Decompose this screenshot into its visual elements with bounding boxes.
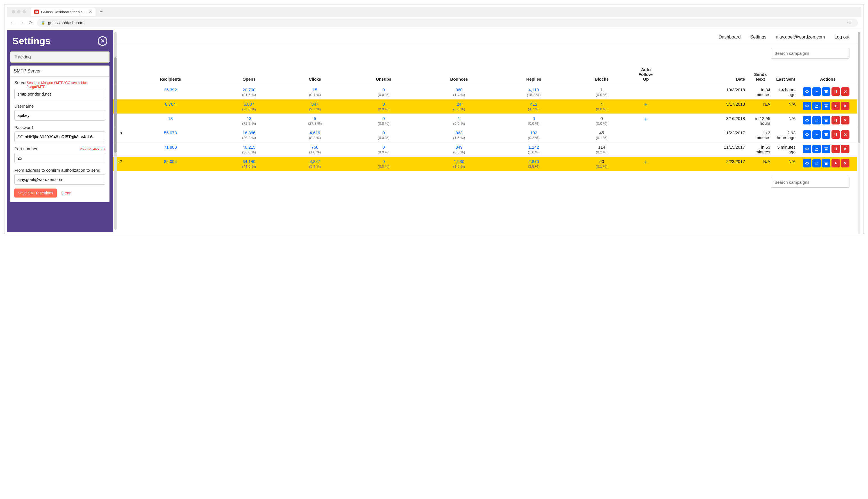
metric-value[interactable]: 1,142 xyxy=(502,145,566,149)
table-row[interactable]: 25,39220,700(81.5 %)15(0.1 %)0(0.0 %)360… xyxy=(7,85,857,99)
metric-value[interactable]: 20,700 xyxy=(219,87,279,92)
metric-value[interactable]: 413 xyxy=(502,102,566,107)
action-cancel-icon[interactable] xyxy=(841,130,850,139)
th-last-sent[interactable]: Last Sent xyxy=(773,64,798,85)
metric-value[interactable]: 82,004 xyxy=(127,159,213,164)
action-archive-icon[interactable] xyxy=(822,116,830,124)
bookmark-star-icon[interactable]: ☆ xyxy=(847,20,851,25)
action-view-icon[interactable] xyxy=(803,159,811,168)
table-row[interactable]: s?82,00434,140(41.6 %)4,347(5.3 %)0(0.0 … xyxy=(7,157,857,171)
server-hints[interactable]: Sendgrid Mailgun SMTP2GO sendinblue Jang… xyxy=(27,81,106,89)
metric-value[interactable]: 102 xyxy=(502,130,566,135)
input-from-address[interactable] xyxy=(14,174,106,185)
address-bar[interactable]: 🔒 gmass.co/dashboard ☆ xyxy=(37,19,858,27)
auto-follow-up-add[interactable]: + xyxy=(644,116,648,122)
action-pause-icon[interactable] xyxy=(831,145,840,153)
th-bounces[interactable]: Bounces xyxy=(419,64,499,85)
action-cancel-icon[interactable] xyxy=(841,87,850,96)
metric-value[interactable]: 750 xyxy=(285,145,345,149)
nav-back-icon[interactable]: ← xyxy=(10,20,15,26)
clear-smtp-link[interactable]: Clear xyxy=(61,191,71,195)
metric-value[interactable]: 0 xyxy=(572,116,632,121)
accordion-tracking[interactable]: Tracking xyxy=(10,51,110,63)
action-view-icon[interactable] xyxy=(803,145,811,153)
action-view-icon[interactable] xyxy=(803,130,811,139)
metric-value[interactable]: 4,619 xyxy=(285,130,345,135)
metric-value[interactable]: 18 xyxy=(127,116,213,121)
action-report-icon[interactable] xyxy=(813,116,821,124)
metric-value[interactable]: 4,119 xyxy=(502,87,566,92)
metric-value[interactable]: 34,140 xyxy=(219,159,279,164)
action-archive-icon[interactable] xyxy=(822,87,830,96)
action-pause-icon[interactable] xyxy=(831,130,840,139)
browser-tab[interactable]: ✉ GMass Dashboard for ajay.goe ✕ xyxy=(31,8,96,16)
metric-value[interactable]: 0 xyxy=(350,87,417,92)
input-password[interactable] xyxy=(14,132,106,142)
action-view-icon[interactable] xyxy=(803,87,811,96)
metric-value[interactable]: 40,215 xyxy=(219,145,279,149)
save-smtp-button[interactable]: Save SMTP settings xyxy=(14,188,57,197)
close-settings-button[interactable]: ✕ xyxy=(98,36,107,46)
action-report-icon[interactable] xyxy=(813,102,821,110)
metric-value[interactable]: 360 xyxy=(422,87,496,92)
metric-value[interactable]: 6,837 xyxy=(219,102,279,107)
th-unsubs[interactable]: Unsubs xyxy=(348,64,419,85)
metric-value[interactable]: 847 xyxy=(285,102,345,107)
metric-value[interactable]: 71,800 xyxy=(127,145,213,149)
metric-value[interactable]: 45 xyxy=(572,130,632,135)
action-cancel-icon[interactable] xyxy=(841,159,850,168)
metric-value[interactable]: 1 xyxy=(422,116,496,121)
input-server[interactable] xyxy=(14,89,106,99)
action-archive-icon[interactable] xyxy=(822,159,830,168)
new-tab-button[interactable]: + xyxy=(96,9,107,15)
nav-reload-icon[interactable]: ⟳ xyxy=(28,20,33,26)
action-report-icon[interactable] xyxy=(813,87,821,96)
metric-value[interactable]: 8,704 xyxy=(127,102,213,107)
th-blocks[interactable]: Blocks xyxy=(569,64,635,85)
metric-value[interactable]: 56,078 xyxy=(127,130,213,135)
metric-value[interactable]: 15 xyxy=(285,87,345,92)
metric-value[interactable]: 0 xyxy=(350,130,417,135)
th-replies[interactable]: Replies xyxy=(499,64,569,85)
page-scrollbar[interactable] xyxy=(858,32,860,234)
metric-value[interactable]: 5 xyxy=(285,116,345,121)
th-opens[interactable]: Opens xyxy=(216,64,282,85)
metric-value[interactable]: 24 xyxy=(422,102,496,107)
metric-value[interactable]: 0 xyxy=(350,159,417,164)
table-row[interactable]: 8,7046,837(78.6 %)847(9.7 %)0(0.0 %)24(0… xyxy=(7,99,857,114)
metric-value[interactable]: 1 xyxy=(572,87,632,92)
action-report-icon[interactable] xyxy=(813,130,821,139)
nav-settings[interactable]: Settings xyxy=(750,35,767,40)
accordion-smtp-server[interactable]: SMTP Server xyxy=(10,66,109,77)
auto-follow-up-add[interactable]: + xyxy=(644,102,648,108)
th-clicks[interactable]: Clicks xyxy=(282,64,348,85)
nav-logout[interactable]: Log out xyxy=(834,35,850,40)
action-report-icon[interactable] xyxy=(813,159,821,168)
action-pause-icon[interactable] xyxy=(831,116,840,124)
nav-forward-icon[interactable]: → xyxy=(19,20,24,26)
metric-value[interactable]: 50 xyxy=(572,159,632,164)
search-campaigns-input-bottom[interactable] xyxy=(771,177,850,188)
action-pause-icon[interactable] xyxy=(831,87,840,96)
metric-value[interactable]: 4 xyxy=(572,102,632,107)
table-row[interactable]: n56,07816,386(29.2 %)4,619(8.2 %)0(0.0 %… xyxy=(7,128,857,143)
action-play-icon[interactable] xyxy=(831,159,840,168)
action-play-icon[interactable] xyxy=(831,102,840,110)
table-row[interactable]: 1813(72.2 %)5(27.8 %)0(0.0 %)1(5.6 %)0(0… xyxy=(7,114,857,128)
nav-user-email[interactable]: ajay.goel@wordzen.com xyxy=(776,35,825,40)
metric-value[interactable]: 863 xyxy=(422,130,496,135)
action-view-icon[interactable] xyxy=(803,116,811,124)
metric-value[interactable]: 4,347 xyxy=(285,159,345,164)
th-recipients[interactable]: Recipients xyxy=(125,64,216,85)
metric-value[interactable]: 2,870 xyxy=(502,159,566,164)
metric-value[interactable]: 114 xyxy=(572,145,632,149)
settings-scrollbar[interactable] xyxy=(114,32,116,230)
search-campaigns-input[interactable] xyxy=(771,48,850,59)
nav-dashboard[interactable]: Dashboard xyxy=(719,35,741,40)
action-view-icon[interactable] xyxy=(803,102,811,110)
tab-close-icon[interactable]: ✕ xyxy=(89,10,92,14)
metric-value[interactable]: 0 xyxy=(350,145,417,149)
th-sends-next[interactable]: Sends Next xyxy=(748,64,773,85)
traffic-light-close[interactable] xyxy=(12,10,15,13)
action-archive-icon[interactable] xyxy=(822,102,830,110)
